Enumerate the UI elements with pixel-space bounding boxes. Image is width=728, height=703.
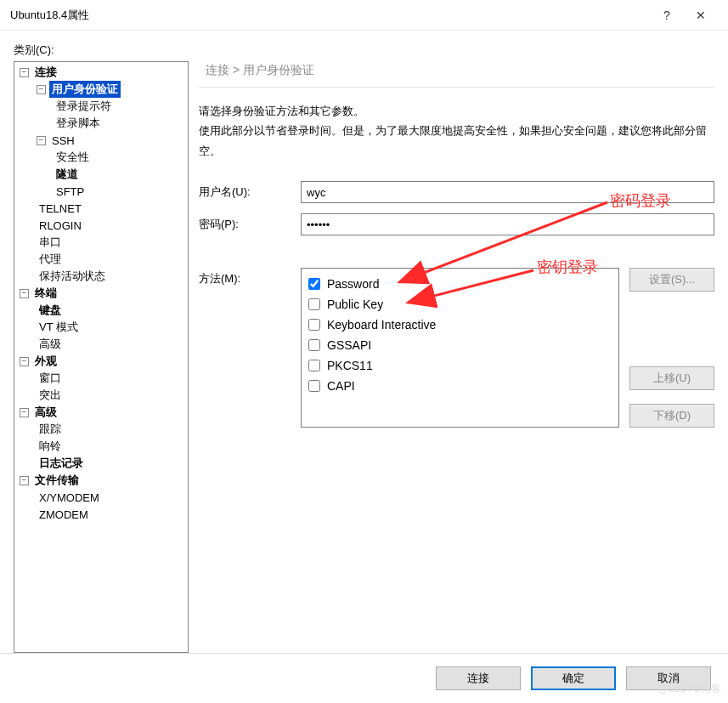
method-list[interactable]: Password Public Key Keyboard Interactive… <box>301 268 619 428</box>
checkbox-keyboard[interactable] <box>308 319 320 331</box>
checkbox-publickey[interactable] <box>308 298 320 310</box>
tree-node-ssh[interactable]: −SSH <box>14 132 188 149</box>
method-item-pkcs11[interactable]: PKCS11 <box>308 355 612 376</box>
category-pane: 类别(C): −连接 −用户身份验证 登录提示符 登录脚本 −SSH <box>14 43 189 653</box>
tree-node-connection[interactable]: −连接 <box>14 64 188 81</box>
collapse-icon[interactable]: − <box>20 68 29 77</box>
connect-button[interactable]: 连接 <box>436 666 521 690</box>
desc-line-1: 请选择身份验证方法和其它参数。 <box>199 101 714 121</box>
dialog-content: 类别(C): −连接 −用户身份验证 登录提示符 登录脚本 −SSH <box>0 31 728 653</box>
category-label: 类别(C): <box>14 43 189 58</box>
tree-node-telnet[interactable]: TELNET <box>14 200 188 217</box>
method-item-publickey[interactable]: Public Key <box>308 294 612 315</box>
tree-node-proxy[interactable]: 代理 <box>14 251 188 268</box>
collapse-icon[interactable]: − <box>20 357 29 366</box>
tree-node-bell[interactable]: 响铃 <box>14 438 188 455</box>
checkbox-pkcs11[interactable] <box>308 360 320 371</box>
movedown-button[interactable]: 下移(D) <box>629 404 714 428</box>
tree-node-keyboard[interactable]: 键盘 <box>14 302 188 319</box>
moveup-button[interactable]: 上移(U) <box>629 366 714 390</box>
username-input[interactable] <box>301 181 714 203</box>
tree-node-appearance[interactable]: −外观 <box>14 353 188 370</box>
tree-node-terminal[interactable]: −终端 <box>14 285 188 302</box>
collapse-icon[interactable]: − <box>37 136 46 145</box>
ok-button[interactable]: 确定 <box>531 666 616 690</box>
tree-node-tunnel[interactable]: 隧道 <box>14 166 188 183</box>
breadcrumb: 连接 > 用户身份验证 <box>199 58 714 88</box>
tree-node-login-prompt[interactable]: 登录提示符 <box>14 98 188 115</box>
window-title: Ubuntu18.4属性 <box>10 8 650 23</box>
checkbox-password[interactable] <box>308 278 320 290</box>
collapse-icon[interactable]: − <box>20 408 29 417</box>
tree-node-advanced2[interactable]: −高级 <box>14 404 188 421</box>
settings-pane: 连接 > 用户身份验证 请选择身份验证方法和其它参数。 使用此部分以节省登录时间… <box>199 43 714 653</box>
checkbox-capi[interactable] <box>308 380 320 392</box>
password-label: 密码(P): <box>199 217 301 232</box>
method-item-keyboard[interactable]: Keyboard Interactive <box>308 315 612 335</box>
collapse-icon[interactable]: − <box>20 289 29 298</box>
tree-node-file-transfer[interactable]: −文件传输 <box>14 472 188 489</box>
tree-node-trace[interactable]: 跟踪 <box>14 421 188 438</box>
method-label: 方法(M): <box>199 268 301 428</box>
category-tree[interactable]: −连接 −用户身份验证 登录提示符 登录脚本 −SSH 安全性 <box>14 61 189 653</box>
collapse-icon[interactable]: − <box>37 85 46 94</box>
tree-node-keepalive[interactable]: 保持活动状态 <box>14 268 188 285</box>
watermark: @51CTO博客 <box>657 682 721 696</box>
dialog-footer: 连接 确定 取消 <box>0 653 728 702</box>
setup-button[interactable]: 设置(S)... <box>629 268 714 292</box>
tree-node-rlogin[interactable]: RLOGIN <box>14 217 188 234</box>
description: 请选择身份验证方法和其它参数。 使用此部分以节省登录时间。但是，为了最大限度地提… <box>199 101 714 161</box>
tree-node-advanced1[interactable]: 高级 <box>14 336 188 353</box>
tree-node-window[interactable]: 窗口 <box>14 370 188 387</box>
tree-node-serial[interactable]: 串口 <box>14 234 188 251</box>
tree-node-highlight[interactable]: 突出 <box>14 387 188 404</box>
tree-node-sftp[interactable]: SFTP <box>14 183 188 200</box>
desc-line-2: 使用此部分以节省登录时间。但是，为了最大限度地提高安全性，如果担心安全问题，建议… <box>199 121 714 161</box>
username-label: 用户名(U): <box>199 184 301 200</box>
tree-node-xymodem[interactable]: X/YMODEM <box>14 489 188 506</box>
tree-node-login-script[interactable]: 登录脚本 <box>14 115 188 132</box>
tree-node-zmodem[interactable]: ZMODEM <box>14 506 188 523</box>
method-item-password[interactable]: Password <box>308 274 612 294</box>
password-input[interactable] <box>301 213 714 235</box>
method-item-capi[interactable]: CAPI <box>308 376 612 396</box>
tree-node-vtmode[interactable]: VT 模式 <box>14 319 188 336</box>
checkbox-gssapi[interactable] <box>308 339 320 351</box>
tree-node-security[interactable]: 安全性 <box>14 149 188 166</box>
tree-node-user-auth[interactable]: −用户身份验证 <box>14 81 188 98</box>
close-icon[interactable]: ✕ <box>684 9 718 22</box>
help-icon[interactable]: ? <box>650 9 684 22</box>
titlebar: Ubuntu18.4属性 ? ✕ <box>0 0 728 31</box>
tree-node-logging[interactable]: 日志记录 <box>14 455 188 472</box>
collapse-icon[interactable]: − <box>20 476 29 485</box>
method-item-gssapi[interactable]: GSSAPI <box>308 335 612 355</box>
